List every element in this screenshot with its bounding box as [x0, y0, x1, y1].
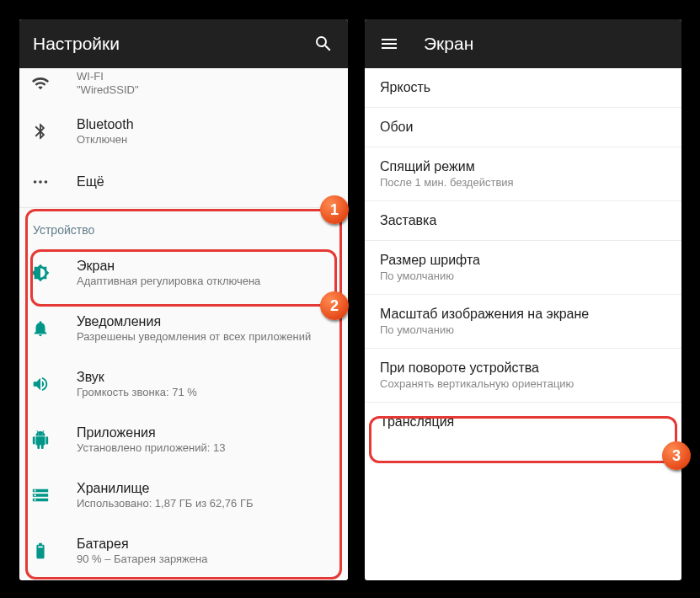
display-label: Экран	[77, 259, 334, 274]
list-item-wifi[interactable]: WI-FI "WiredSSID"	[19, 68, 348, 106]
apps-icon	[31, 430, 67, 449]
notifications-sub: Разрешены уведомления от всех приложений	[77, 330, 334, 343]
list-item-battery[interactable]: Батарея 90 % – Батарея заряжена	[19, 523, 348, 579]
bluetooth-sub: Отключен	[77, 133, 334, 146]
list-item-more[interactable]: Ещё	[19, 157, 348, 207]
battery-sub: 90 % – Батарея заряжена	[77, 553, 334, 565]
list-item-brightness[interactable]: Яркость	[365, 68, 681, 108]
battery-label: Батарея	[77, 537, 334, 552]
list-item-wallpaper[interactable]: Обои	[365, 108, 681, 147]
wifi-icon	[31, 74, 67, 93]
storage-sub: Использовано: 1,87 ГБ из 62,76 ГБ	[77, 497, 334, 510]
more-icon	[31, 173, 67, 191]
list-item-apps[interactable]: Приложения Установлено приложений: 13	[19, 412, 348, 467]
apps-label: Приложения	[77, 425, 334, 440]
brightness-icon	[31, 264, 67, 282]
display-screen: Экран Яркость Обои Спящий режим После 1 …	[362, 17, 684, 583]
section-header-device: Устройство	[19, 208, 348, 245]
list-item-cast[interactable]: Трансляция	[365, 403, 681, 441]
list-item-notifications[interactable]: Уведомления Разрешены уведомления от все…	[19, 301, 348, 356]
sound-sub: Громкость звонка: 71 %	[77, 386, 334, 398]
bluetooth-label: Bluetooth	[77, 117, 334, 132]
list-item-screensaver[interactable]: Заставка	[365, 201, 681, 241]
volume-icon	[31, 375, 67, 393]
appbar-settings: Настройки	[19, 19, 348, 68]
more-label: Ещё	[77, 174, 334, 190]
battery-icon	[31, 542, 67, 560]
list-item-bluetooth[interactable]: Bluetooth Отключен	[19, 106, 348, 157]
storage-label: Хранилище	[77, 481, 334, 496]
storage-icon	[31, 486, 67, 505]
menu-icon[interactable]	[378, 33, 400, 55]
list-item-fontsize[interactable]: Размер шрифта По умолчанию	[365, 241, 681, 295]
list-item-storage[interactable]: Хранилище Использовано: 1,87 ГБ из 62,76…	[19, 467, 348, 523]
svg-point-1	[39, 180, 42, 184]
list-item-displaysize[interactable]: Масштаб изображения на экране По умолчан…	[365, 295, 681, 349]
settings-screen: Настройки WI-FI "WiredSSID" Bluetooth От…	[17, 17, 350, 583]
wifi-label: WI-FI	[77, 70, 334, 83]
appbar-title-display: Экран	[424, 34, 473, 54]
display-sub: Адаптивная регулировка отключена	[77, 275, 334, 287]
appbar-display: Экран	[365, 19, 681, 68]
list-item-sound[interactable]: Звук Громкость звонка: 71 %	[19, 356, 348, 412]
list-item-sleep[interactable]: Спящий режим После 1 мин. бездействия	[365, 147, 681, 201]
list-item-display[interactable]: Экран Адаптивная регулировка отключена	[19, 245, 348, 301]
search-icon[interactable]	[313, 33, 334, 55]
list-item-rotation[interactable]: При повороте устройства Сохранять вертик…	[365, 349, 681, 403]
display-list: Яркость Обои Спящий режим После 1 мин. б…	[365, 68, 681, 441]
wifi-sub: "WiredSSID"	[77, 83, 334, 96]
appbar-title: Настройки	[33, 34, 313, 54]
bluetooth-icon	[31, 122, 67, 141]
notifications-label: Уведомления	[77, 314, 334, 329]
bell-icon	[31, 319, 67, 338]
svg-point-2	[45, 180, 48, 184]
sound-label: Звук	[77, 370, 334, 385]
apps-sub: Установлено приложений: 13	[77, 441, 334, 454]
svg-point-0	[34, 180, 37, 184]
settings-list: WI-FI "WiredSSID" Bluetooth Отключен Ещё…	[19, 68, 348, 579]
